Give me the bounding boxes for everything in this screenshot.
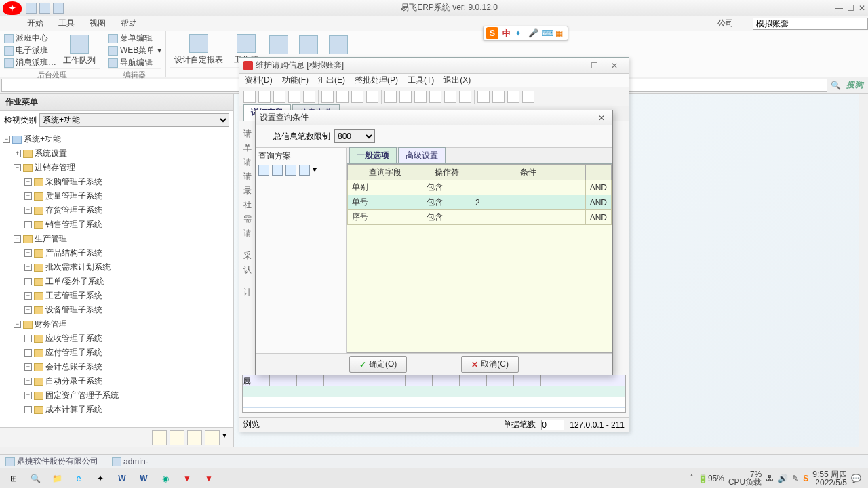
tree-leaf[interactable]: +产品结构子系统 [24, 246, 232, 260]
tree-leaf[interactable]: +存货管理子系统 [24, 203, 232, 218]
tab-advanced[interactable]: 高级设置 [398, 147, 446, 163]
tree-leaf[interactable]: +会计总账子系统 [24, 360, 232, 374]
word-icon[interactable]: W [136, 470, 152, 487]
tb-new-icon[interactable] [243, 91, 256, 103]
tb-last-icon[interactable] [366, 91, 378, 103]
tb-next-icon[interactable] [351, 91, 363, 103]
tree-leaf[interactable]: +销售管理子系统 [24, 218, 232, 232]
tree-node[interactable]: −进销存管理 [14, 161, 232, 175]
tb-delete-icon[interactable] [288, 91, 300, 103]
tb-btn[interactable] [170, 430, 184, 445]
tree-leaf[interactable]: +工单/委外子系统 [24, 274, 232, 289]
child-menu-batch[interactable]: 整批处理(P) [355, 75, 398, 86]
tb-btn[interactable]: ▾ [222, 430, 229, 445]
volume-icon[interactable]: 🔊 [778, 474, 788, 483]
child-close[interactable]: ✕ [604, 61, 625, 70]
ime-mic-icon[interactable]: 🎤 [528, 28, 538, 38]
tb-print-icon[interactable] [303, 91, 315, 103]
delete-icon[interactable] [285, 165, 296, 176]
start-button[interactable]: ⊞ [5, 470, 22, 487]
tb-icon[interactable] [507, 91, 519, 103]
tree-leaf[interactable]: +成本计算子系统 [24, 403, 232, 417]
tb-btn[interactable] [205, 430, 220, 445]
ok-button[interactable]: 确定(O) [349, 356, 407, 373]
ribbon-workqueue[interactable]: 工作队列 [59, 33, 100, 68]
notifications-icon[interactable]: 💬 [851, 474, 861, 483]
network-icon[interactable]: 🖧 [766, 474, 774, 483]
ribbon-item[interactable]: 导航编辑 [108, 57, 161, 68]
sogou-icon[interactable]: S [486, 27, 498, 39]
scrollbar-vertical[interactable] [859, 94, 868, 447]
tree-leaf[interactable]: +自动分录子系统 [24, 374, 232, 388]
ime-toolbar[interactable]: S 中 ✦ 🎤 ⌨ ▦ [483, 26, 568, 41]
search-icon[interactable]: 🔍 [829, 81, 842, 90]
tree-node[interactable]: −财务管理 [14, 317, 232, 331]
erp-icon[interactable]: ▼ [179, 470, 195, 487]
dropdown-icon[interactable]: ▾ [313, 165, 323, 176]
tb-icon[interactable] [522, 91, 534, 103]
app-icon[interactable]: ◉ [157, 470, 174, 487]
qat-btn[interactable] [39, 3, 50, 14]
tb-icon[interactable] [399, 91, 412, 103]
child-menu-data[interactable]: 资料(D) [245, 75, 273, 86]
child-grid[interactable]: 属 [242, 375, 626, 413]
tree-leaf[interactable]: +批次需求计划系统 [24, 260, 232, 274]
tb-open-icon[interactable] [258, 91, 271, 103]
menu-view[interactable]: 视图 [90, 18, 106, 29]
query-grid[interactable]: 查询字段 操作符 条件 单别包含AND 单号包含2AND 序号包含AND [347, 164, 612, 353]
ime-lang[interactable]: 中 [502, 28, 511, 39]
tb-first-icon[interactable] [321, 91, 334, 103]
cond-input[interactable]: 2 [471, 195, 586, 210]
tree-node[interactable]: −生产管理 [14, 232, 232, 246]
tray-up-icon[interactable]: ˄ [690, 474, 694, 483]
tree-node[interactable]: +系统设置 [14, 146, 232, 161]
child-menu-export[interactable]: 汇出(E) [318, 75, 345, 86]
qat-btn[interactable] [26, 3, 37, 14]
cancel-button[interactable]: 取消(C) [461, 356, 519, 373]
child-maximize[interactable]: ☐ [584, 61, 604, 70]
child-menu-tool[interactable]: 工具(T) [408, 75, 434, 86]
dialog-close[interactable]: ✕ [595, 113, 608, 123]
tb-save-icon[interactable] [273, 91, 285, 103]
limit-select[interactable]: 800 [334, 129, 375, 143]
tb-prev-icon[interactable] [336, 91, 349, 103]
tb-icon[interactable] [492, 91, 505, 103]
grid-row[interactable]: 序号包含AND [348, 210, 612, 225]
tree-leaf[interactable]: +采购管理子系统 [24, 175, 232, 189]
tree-leaf[interactable]: +应付管理子系统 [24, 346, 232, 360]
ime-keyboard-icon[interactable]: ⌨ [542, 28, 551, 38]
explorer-icon[interactable]: 📁 [49, 470, 65, 487]
tb-btn[interactable] [152, 430, 167, 445]
search-button[interactable]: 🔍 [27, 470, 43, 487]
menu-start[interactable]: 开始 [27, 18, 43, 29]
ribbon-item[interactable]: 派班中心 [4, 33, 56, 44]
grid-row[interactable] [243, 386, 625, 397]
maximize-button[interactable]: ☐ [847, 3, 854, 13]
tree-leaf[interactable]: +固定资产管理子系统 [24, 388, 232, 403]
child-menu-func[interactable]: 功能(F) [282, 75, 309, 86]
save-icon[interactable] [258, 165, 269, 176]
tb-icon[interactable] [429, 91, 441, 103]
ime-grid-icon[interactable]: ▦ [555, 28, 565, 38]
tb-icon[interactable] [459, 91, 471, 103]
ime-icon[interactable]: ✦ [515, 28, 524, 38]
edge-icon[interactable]: e [71, 470, 87, 487]
app-icon[interactable]: ✦ [92, 470, 108, 487]
tb-icon[interactable] [444, 91, 456, 103]
ribbon-item[interactable]: 电子派班 [4, 45, 56, 56]
child-menu-exit[interactable]: 退出(X) [443, 75, 471, 86]
grid-row[interactable]: 单别包含AND [348, 180, 612, 195]
clock[interactable]: 9:55 周四 2022/5/5 [812, 470, 847, 487]
tb-icon[interactable] [384, 91, 397, 103]
erp-icon[interactable]: ▼ [201, 470, 217, 487]
battery-icon[interactable]: 🔋95% [698, 474, 724, 483]
sogou-tray-icon[interactable]: S [803, 474, 808, 483]
copy-icon[interactable] [299, 165, 310, 176]
filter-select[interactable]: 系统+功能 [39, 113, 229, 127]
tree-leaf[interactable]: +质量管理子系统 [24, 189, 232, 203]
tray-icon[interactable]: ✎ [792, 474, 799, 483]
menu-tools[interactable]: 工具 [58, 18, 75, 29]
open-icon[interactable] [272, 165, 283, 176]
grid-row[interactable] [243, 397, 625, 408]
tree-leaf[interactable]: +工艺管理子系统 [24, 289, 232, 303]
